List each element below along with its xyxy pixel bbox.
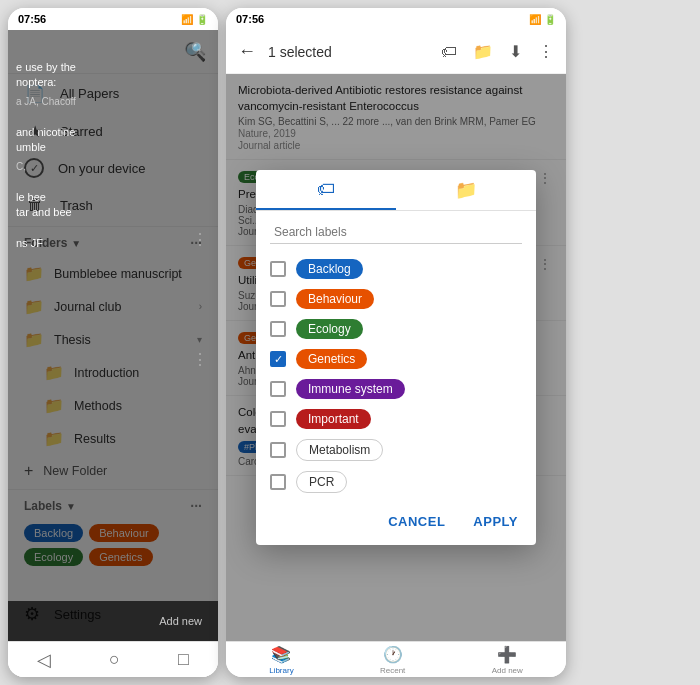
modal-actions: CANCEL APPLY	[256, 502, 536, 537]
checkbox-genetics[interactable]: ✓	[270, 351, 286, 367]
checkbox-metabolism[interactable]	[270, 442, 286, 458]
left-status-icons: 📶 🔋	[181, 14, 208, 25]
checkbox-backlog[interactable]	[270, 261, 286, 277]
right-time: 07:56	[236, 13, 264, 25]
download-icon[interactable]: ⬇	[505, 38, 526, 65]
label-chip-ecology: Ecology	[296, 319, 363, 339]
label-row-metabolism[interactable]: Metabolism	[256, 434, 536, 466]
add-new-label: Add new	[492, 666, 523, 675]
label-search-input[interactable]	[270, 221, 522, 244]
overlay-search-icon[interactable]: 🔍	[191, 42, 206, 56]
right-status-bar: 07:56 📶 🔋	[226, 8, 566, 30]
right-phone: 07:56 📶 🔋 ← 1 selected 🏷 📁 ⬇ ⋮ Microbiot…	[226, 8, 566, 677]
library-icon: 📚	[271, 645, 291, 664]
label-list: Backlog Behaviour Ecology ✓ Gene	[256, 250, 536, 502]
label-chip-genetics: Genetics	[296, 349, 367, 369]
tab-add-new[interactable]: ➕ Add new	[492, 645, 523, 675]
folder-header-icon[interactable]: 📁	[469, 38, 497, 65]
overlay-header: 🔍	[16, 38, 210, 60]
label-row-important[interactable]: Important	[256, 404, 536, 434]
label-chip-pcr: PCR	[296, 471, 347, 493]
cancel-button[interactable]: CANCEL	[384, 510, 449, 533]
left-time: 07:56	[18, 13, 46, 25]
label-chip-backlog: Backlog	[296, 259, 363, 279]
library-label: Library	[269, 666, 293, 675]
add-new-label: Add new	[159, 615, 202, 627]
tab-recent[interactable]: 🕐 Recent	[380, 645, 405, 675]
back-nav-icon[interactable]: ◁	[37, 649, 51, 671]
label-chip-important: Important	[296, 409, 371, 429]
checkbox-pcr[interactable]	[270, 474, 286, 490]
papers-list: Microbiota-derived Antibiotic restores r…	[226, 74, 566, 641]
right-header: ← 1 selected 🏷 📁 ⬇ ⋮	[226, 30, 566, 74]
modal-backdrop: 🏷 📁 Backlog	[226, 74, 566, 641]
checkbox-behaviour[interactable]	[270, 291, 286, 307]
label-chip-immune: Immune system	[296, 379, 405, 399]
header-icons: 🏷 📁 ⬇ ⋮	[437, 38, 558, 65]
checkbox-important[interactable]	[270, 411, 286, 427]
label-modal: 🏷 📁 Backlog	[256, 170, 536, 545]
right-bottom-nav: 📚 Library 🕐 Recent ➕ Add new	[226, 641, 566, 677]
left-phone: 07:56 📶 🔋 🔍 📄 All Papers ★ Starred ✓ On …	[8, 8, 218, 677]
recents-nav-icon[interactable]: □	[178, 649, 189, 670]
selected-count: 1 selected	[268, 44, 429, 60]
modal-tab-folder[interactable]: 📁	[396, 170, 536, 210]
label-row-ecology[interactable]: Ecology	[256, 314, 536, 344]
label-row-backlog[interactable]: Backlog	[256, 254, 536, 284]
home-nav-icon[interactable]: ○	[109, 649, 120, 670]
overlay-paper-2: and nicotineumble C,	[16, 125, 210, 174]
label-chip-behaviour: Behaviour	[296, 289, 374, 309]
add-new-bar: Add new	[8, 601, 218, 641]
overlay-more-icon[interactable]: ⋮	[192, 230, 208, 249]
overlay-papers: 🔍 e use by thenoptera: a JA, Chacoff and…	[8, 30, 218, 641]
apply-button[interactable]: APPLY	[469, 510, 522, 533]
overlay-paper-3: le beetar and bee	[16, 190, 210, 221]
modal-tabs: 🏷 📁	[256, 170, 536, 211]
label-row-genetics[interactable]: ✓ Genetics	[256, 344, 536, 374]
overlay-paper-4: ns JF	[16, 236, 210, 251]
left-bottom-nav: ◁ ○ □	[8, 641, 218, 677]
label-chip-metabolism: Metabolism	[296, 439, 383, 461]
tab-library[interactable]: 📚 Library	[269, 645, 293, 675]
back-button[interactable]: ←	[234, 37, 260, 66]
recent-icon: 🕐	[383, 645, 403, 664]
modal-folder-tab-icon: 📁	[455, 179, 477, 201]
add-new-icon: ➕	[497, 645, 517, 664]
label-row-immune[interactable]: Immune system	[256, 374, 536, 404]
checkbox-immune[interactable]	[270, 381, 286, 397]
label-row-pcr[interactable]: PCR	[256, 466, 536, 498]
modal-tab-labels[interactable]: 🏷	[256, 170, 396, 210]
checkbox-ecology[interactable]	[270, 321, 286, 337]
left-status-bar: 07:56 📶 🔋	[8, 8, 218, 30]
more-options-icon[interactable]: ⋮	[534, 38, 558, 65]
overlay-paper-1: e use by thenoptera: a JA, Chacoff	[16, 60, 210, 109]
recent-label: Recent	[380, 666, 405, 675]
label-icon[interactable]: 🏷	[437, 39, 461, 65]
right-status-icons: 📶 🔋	[529, 14, 556, 25]
label-row-behaviour[interactable]: Behaviour	[256, 284, 536, 314]
overlay-more-icon-2[interactable]: ⋮	[192, 350, 208, 369]
modal-label-tab-icon: 🏷	[317, 179, 335, 200]
